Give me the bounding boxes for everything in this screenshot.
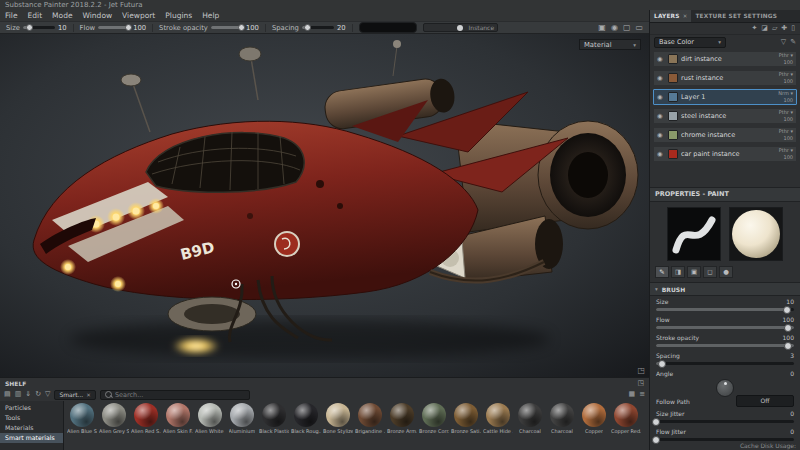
tab-layers[interactable]: LAYERS ✕	[650, 10, 691, 22]
add-layer-icon[interactable]: ✚	[781, 25, 787, 32]
layer-blend-mode[interactable]: Pthr ▾	[779, 110, 793, 115]
material-tab-icon[interactable]: ●	[719, 266, 733, 278]
material-item[interactable]: Charcoal	[547, 403, 577, 448]
display-icon[interactable]: ▭	[635, 24, 643, 32]
edit-icon[interactable]: ✎	[790, 39, 796, 46]
slider-stroke-opacity[interactable]: Stroke opacity100	[650, 332, 800, 350]
visibility-toggle-icon[interactable]: ◉	[657, 56, 665, 63]
import-icon[interactable]: ⇓	[25, 391, 31, 398]
brush-stroke-preview[interactable]	[667, 207, 721, 261]
instance-slider[interactable]: Instance	[423, 23, 499, 32]
list-view-icon[interactable]: ≡	[639, 391, 645, 398]
library-icon[interactable]: ▥	[15, 391, 22, 398]
material-item[interactable]: Brigandine ...	[355, 403, 385, 448]
expand-shelf-icon[interactable]: ◳	[637, 380, 644, 387]
slider-track[interactable]	[656, 362, 794, 365]
toolbar-slider-stroke-opacity[interactable]: Stroke opacity100	[159, 24, 266, 32]
shelf-category-particles[interactable]: Particles	[0, 403, 63, 413]
follow-path-toggle[interactable]: Off	[736, 395, 794, 407]
layer-blend-mode[interactable]: Pthr ▾	[779, 148, 793, 153]
filter-icon[interactable]: ▽	[45, 391, 50, 398]
layer-row[interactable]: ◉chrome instancePthr ▾100	[653, 127, 797, 143]
slider-track[interactable]	[656, 420, 794, 423]
close-tab-icon[interactable]: ✕	[683, 13, 688, 19]
tab-texture-set-settings[interactable]: TEXTURE SET SETTINGS	[691, 10, 781, 22]
layer-opacity[interactable]: 100	[783, 98, 793, 103]
menu-mode[interactable]: Mode	[47, 11, 77, 20]
toolbar-slider-size[interactable]: Size10	[6, 24, 74, 32]
material-item[interactable]: Charcoal	[515, 403, 545, 448]
slider-thumb[interactable]	[26, 24, 33, 31]
visibility-toggle-icon[interactable]: ◉	[657, 75, 665, 82]
menu-file[interactable]: File	[0, 11, 23, 20]
material-item[interactable]: Bronze Corr...	[419, 403, 449, 448]
shelf-category-materials[interactable]: Materials	[0, 423, 63, 433]
layer-row[interactable]: ◉Layer 1Nrm ▾100	[653, 89, 797, 105]
material-item[interactable]: Copper	[579, 403, 609, 448]
slider-spacing[interactable]: Spacing3	[650, 350, 800, 368]
eraser-tab-icon[interactable]: ◨	[671, 266, 685, 278]
3d-viewport[interactable]: B9D	[0, 34, 649, 377]
layer-blend-mode[interactable]: Pthr ▾	[779, 72, 793, 77]
record-icon[interactable]: ▢	[623, 24, 631, 32]
folder-icon[interactable]: ▱	[772, 25, 777, 32]
menu-edit[interactable]: Edit	[23, 11, 48, 20]
material-preview-sphere[interactable]	[729, 207, 783, 261]
material-item[interactable]: Alien Skin F...	[163, 403, 193, 448]
camera-icon[interactable]: ◉	[611, 24, 618, 32]
brush-section-header[interactable]: ▾ BRUSH	[650, 282, 800, 296]
slider-thumb[interactable]	[652, 436, 660, 444]
slider-thumb[interactable]	[652, 418, 660, 426]
visibility-toggle-icon[interactable]: ◉	[657, 151, 665, 158]
active-filter-chip[interactable]: Smart... ✕	[54, 390, 95, 400]
effects-wand-icon[interactable]: ✦	[751, 25, 757, 32]
instance-slider-thumb[interactable]	[457, 25, 463, 31]
refresh-icon[interactable]: ↻	[35, 391, 41, 398]
shelf-search-input[interactable]	[115, 391, 245, 399]
material-item[interactable]: Black Roug...	[291, 403, 321, 448]
slider-size[interactable]: Size10	[650, 296, 800, 314]
layer-opacity[interactable]: 100	[783, 155, 793, 160]
slider-track[interactable]	[656, 326, 794, 329]
material-item[interactable]: Aluminium	[227, 403, 257, 448]
slider-thumb[interactable]	[784, 324, 792, 332]
layer-opacity[interactable]: 100	[783, 60, 793, 65]
material-item[interactable]: Black Plastic	[259, 403, 289, 448]
shelf-category-tools[interactable]: Tools	[0, 413, 63, 423]
slider-thumb[interactable]	[238, 24, 245, 31]
layer-blend-mode[interactable]: Pthr ▾	[779, 129, 793, 134]
slider-track[interactable]	[98, 26, 130, 29]
filter-icon[interactable]: ▽	[781, 39, 786, 46]
brush-tab-icon[interactable]: ✎	[655, 266, 669, 278]
material-item[interactable]: Alien Blue S...	[67, 403, 97, 448]
layer-row[interactable]: ◉dirt instancePthr ▾100	[653, 51, 797, 67]
toolbar-slider-flow[interactable]: Flow100	[80, 24, 154, 32]
slider-track[interactable]	[656, 438, 794, 441]
angle-dial[interactable]	[716, 379, 734, 397]
layer-row[interactable]: ◉steel instancePthr ▾100	[653, 108, 797, 124]
visibility-toggle-icon[interactable]: ◉	[657, 94, 665, 101]
slider-thumb[interactable]	[658, 360, 666, 368]
layer-opacity[interactable]: 100	[783, 136, 793, 141]
material-item[interactable]: Bone Stylized	[323, 403, 353, 448]
projection-tab-icon[interactable]: ▣	[687, 266, 701, 278]
material-item[interactable]: Copper Red...	[611, 403, 641, 448]
panels-layout-icon[interactable]: ▣	[598, 24, 606, 32]
menu-viewport[interactable]: Viewport	[117, 11, 160, 20]
slider-track[interactable]	[211, 26, 243, 29]
slider-thumb[interactable]	[304, 24, 311, 31]
folder-icon[interactable]: ▤	[4, 391, 11, 398]
menu-window[interactable]: Window	[78, 11, 118, 20]
geometry-tab-icon[interactable]: ◻	[703, 266, 717, 278]
fill-layer-icon[interactable]: ◪	[761, 25, 768, 32]
layer-blend-mode[interactable]: Pthr ▾	[779, 53, 793, 58]
menu-plugins[interactable]: Plugins	[160, 11, 197, 20]
toolbar-slider-spacing[interactable]: Spacing20	[272, 24, 353, 32]
slider-thumb[interactable]	[784, 342, 792, 350]
alpha-preview[interactable]	[359, 22, 417, 33]
grid-view-icon[interactable]: ▦	[629, 391, 636, 398]
layer-row[interactable]: ◉car paint instancePthr ▾100	[653, 146, 797, 162]
expand-viewport-icon[interactable]: ◳	[637, 366, 645, 375]
material-item[interactable]: Alien Grey S...	[99, 403, 129, 448]
layer-row[interactable]: ◉rust instancePthr ▾100	[653, 70, 797, 86]
